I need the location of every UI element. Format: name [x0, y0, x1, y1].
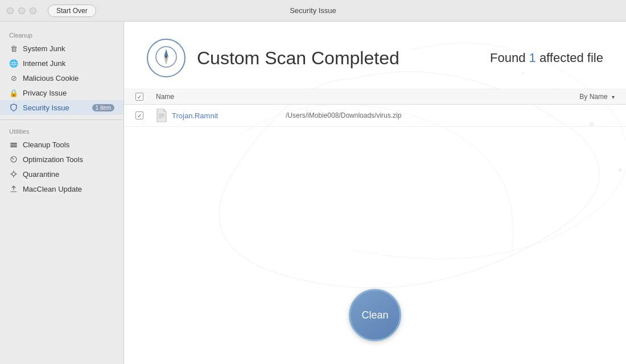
svg-rect-0 — [10, 143, 17, 144]
sidebar-item-label: Internet Junk — [23, 59, 65, 68]
gauge-icon — [9, 155, 18, 164]
sidebar-item-security-issue[interactable]: Security Issue 1 item — [0, 100, 123, 115]
sidebar-item-cleanup-tools[interactable]: Cleanup Tools — [0, 137, 123, 152]
sidebar-item-label: Quarantine — [23, 170, 59, 179]
sidebar-item-label: Security Issue — [23, 104, 69, 112]
sort-button[interactable]: By Name ▾ — [579, 93, 615, 101]
svg-rect-2 — [10, 146, 17, 147]
close-button[interactable] — [7, 7, 14, 14]
sidebar-item-label: Cleanup Tools — [23, 140, 69, 149]
security-issue-badge: 1 item — [92, 104, 114, 111]
svg-point-17 — [165, 56, 167, 58]
sidebar-item-label: Malicious Cookie — [23, 74, 79, 82]
sidebar-divider — [0, 119, 123, 120]
window-title: Security Issue — [290, 6, 336, 15]
sidebar-item-label: Privacy Issue — [23, 89, 67, 97]
row-checkbox-box[interactable] — [135, 111, 143, 119]
clean-button[interactable]: Clean — [349, 289, 401, 341]
sidebar-item-label: MacClean Update — [23, 185, 82, 193]
globe-icon: 🌐 — [9, 59, 18, 68]
traffic-lights — [7, 7, 36, 14]
table-row: Trojan.Ramnit /Users/iMobie008/Downloads… — [124, 105, 626, 127]
fullscreen-button[interactable] — [30, 7, 36, 14]
select-all-checkbox[interactable] — [135, 93, 143, 101]
header-checkbox[interactable] — [135, 93, 149, 101]
compass-icon — [147, 39, 186, 77]
table-header: Name By Name ▾ — [124, 89, 626, 105]
main-layout: Cleanup 🗑 System Junk 🌐 Internet Junk ⊘ … — [0, 22, 626, 364]
found-suffix: affected file — [536, 51, 603, 65]
file-icon — [156, 109, 167, 122]
sidebar-item-privacy-issue[interactable]: 🔒 Privacy Issue — [0, 85, 123, 100]
sort-arrow-icon: ▾ — [612, 94, 615, 100]
compass-inner — [155, 46, 178, 71]
titlebar: Start Over Security Issue — [0, 0, 626, 22]
warning-circle-icon: ⊘ — [9, 73, 18, 82]
sidebar-item-malicious-cookie[interactable]: ⊘ Malicious Cookie — [0, 71, 123, 85]
svg-rect-1 — [10, 144, 17, 146]
found-info: Found 1 affected file — [490, 51, 603, 65]
sidebar-item-label: Optimization Tools — [23, 155, 83, 164]
virus-icon — [9, 169, 18, 179]
minimize-button[interactable] — [18, 7, 25, 14]
sidebar: Cleanup 🗑 System Junk 🌐 Internet Junk ⊘ … — [0, 22, 124, 364]
scan-header: Custom Scan Completed Found 1 affected f… — [124, 22, 626, 89]
scan-title: Custom Scan Completed — [197, 48, 490, 69]
found-count: 1 — [529, 51, 536, 65]
upload-icon — [9, 184, 18, 193]
sidebar-item-optimization-tools[interactable]: Optimization Tools — [0, 152, 123, 167]
utilities-section-label: Utilities — [0, 125, 123, 137]
file-path: /Users/iMobie008/Downloads/virus.zip — [286, 111, 401, 119]
cleanup-section-label: Cleanup — [0, 28, 123, 41]
start-over-button[interactable]: Start Over — [48, 5, 96, 17]
clean-button-area: Clean — [349, 289, 401, 341]
col-name-header: Name — [156, 93, 579, 101]
lock-icon: 🔒 — [9, 88, 18, 97]
row-checkbox[interactable] — [135, 111, 149, 119]
trash-icon: 🗑 — [9, 44, 18, 53]
sidebar-item-macclean-update[interactable]: MacClean Update — [0, 181, 123, 196]
tools-icon — [9, 140, 18, 149]
svg-point-4 — [12, 172, 15, 176]
content-area: Custom Scan Completed Found 1 affected f… — [124, 22, 626, 364]
shield-icon — [9, 103, 18, 112]
found-prefix: Found — [490, 51, 529, 65]
sidebar-item-internet-junk[interactable]: 🌐 Internet Junk — [0, 56, 123, 71]
sidebar-item-label: System Junk — [23, 44, 65, 53]
sidebar-item-system-junk[interactable]: 🗑 System Junk — [0, 41, 123, 56]
sidebar-item-quarantine[interactable]: Quarantine — [0, 167, 123, 181]
file-name: Trojan.Ramnit — [172, 111, 263, 120]
